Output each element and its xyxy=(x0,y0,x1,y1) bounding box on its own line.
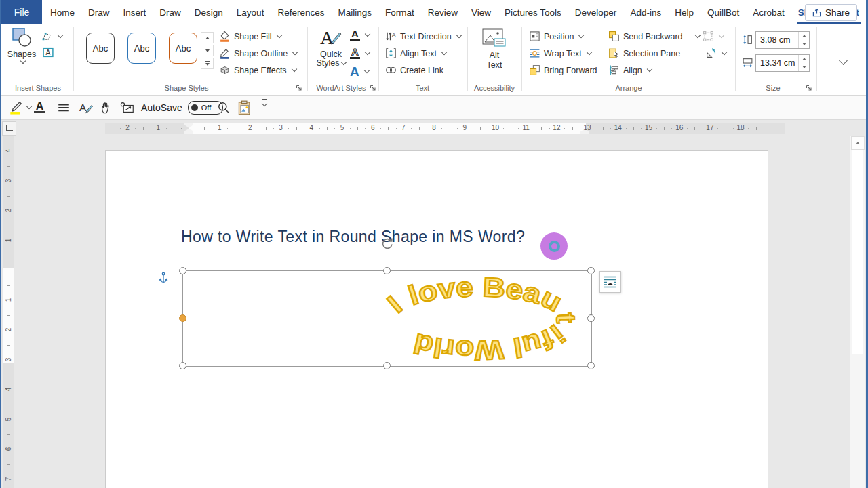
align-button[interactable]: Align xyxy=(608,62,652,78)
shape-fill-icon xyxy=(219,30,231,42)
ribbon: Shapes A Insert Shapes AbcAbcAbc xyxy=(0,24,868,96)
gallery-down-button[interactable] xyxy=(201,45,214,56)
more-commands-button[interactable] xyxy=(262,99,267,116)
more-commands-icon xyxy=(262,99,267,100)
shapes-button[interactable]: Shapes xyxy=(5,27,38,63)
scrollbar-thumb[interactable] xyxy=(852,150,863,354)
create-link-button[interactable]: Create Link xyxy=(385,62,443,78)
text-fill-button[interactable]: A xyxy=(350,27,370,43)
shape-height-field xyxy=(755,31,810,49)
layout-options-button[interactable] xyxy=(599,271,621,293)
dialog-launcher-icon[interactable] xyxy=(806,85,812,92)
search-button[interactable] xyxy=(217,99,231,116)
ruler-number: 4 xyxy=(5,147,12,155)
menu-tab-acrobat[interactable]: Acrobat xyxy=(746,7,791,18)
chevron-down-icon xyxy=(365,49,370,55)
pan-hand-button[interactable] xyxy=(100,99,113,116)
group-label-arrange: Arrange xyxy=(522,84,735,92)
ruler-dot xyxy=(212,128,212,129)
justify-button[interactable] xyxy=(57,99,71,116)
ruler-dot xyxy=(564,128,565,129)
share-button[interactable]: Share xyxy=(805,4,857,21)
shape-outline-button[interactable]: Shape Outline xyxy=(219,45,297,61)
ruler-dot xyxy=(610,128,611,129)
menu-tab-review[interactable]: Review xyxy=(421,7,465,18)
shape-style-thumbnail-2[interactable]: Abc xyxy=(127,33,156,64)
rotate-objects-button[interactable] xyxy=(705,45,726,61)
menu-tab-home[interactable]: Home xyxy=(43,7,81,18)
rotate-handle[interactable] xyxy=(380,237,394,250)
ruler-dot xyxy=(197,128,197,129)
menu-tab-help[interactable]: Help xyxy=(668,7,701,18)
ruler-tick xyxy=(7,464,10,465)
menu-tab-quillbot[interactable]: QuillBot xyxy=(701,7,746,18)
text-outline-button[interactable]: A xyxy=(350,45,370,61)
position-button[interactable]: Position xyxy=(529,28,583,44)
menu-tab-view[interactable]: View xyxy=(465,7,498,18)
shape-fill-button[interactable]: Shape Fill xyxy=(219,28,281,44)
ruler-number: 2 xyxy=(5,207,12,214)
menu-tab-draw[interactable]: Draw xyxy=(81,7,117,18)
alt-text-button[interactable]: Alt Text xyxy=(475,28,514,70)
format-text-effects-button[interactable]: A xyxy=(79,99,94,116)
bring-forward-button[interactable]: Bring Forward xyxy=(529,62,614,78)
document-title-text[interactable]: How to Write Text in Round Shape in MS W… xyxy=(181,228,525,246)
menu-tab-mailings[interactable]: Mailings xyxy=(331,7,378,18)
ruler-tick xyxy=(7,196,10,197)
wrap-text-button[interactable]: Wrap Text xyxy=(529,45,591,61)
shape-effects-button[interactable]: Shape Effects xyxy=(219,62,296,78)
menu-tab-add-ins[interactable]: Add-ins xyxy=(623,7,668,18)
scroll-up-button[interactable] xyxy=(851,136,865,150)
resize-handle-top-left[interactable] xyxy=(179,267,186,274)
text-effects-button[interactable]: A xyxy=(350,64,369,79)
dialog-launcher-icon[interactable] xyxy=(370,85,376,92)
group-objects-button[interactable] xyxy=(703,28,724,44)
send-backward-button[interactable]: Send Backward xyxy=(608,28,700,44)
shape-width-input[interactable] xyxy=(756,55,798,71)
text-direction-button[interactable]: A Text Direction xyxy=(385,28,461,44)
shape-effects-icon xyxy=(219,64,231,76)
menu-tab-format[interactable]: Format xyxy=(378,7,421,18)
menu-tab-developer[interactable]: Developer xyxy=(568,7,624,18)
menu-tab-references[interactable]: References xyxy=(271,7,331,18)
dialog-launcher-icon[interactable] xyxy=(296,85,302,92)
selection-pane-button[interactable]: Selection Pane xyxy=(608,45,680,61)
height-spinner[interactable] xyxy=(798,32,809,48)
resize-handle-bottom-left[interactable] xyxy=(179,362,186,369)
shape-style-thumbnail-3[interactable]: Abc xyxy=(169,33,197,64)
paste-picture-button[interactable] xyxy=(237,99,252,116)
menu-tab-pictures-tools[interactable]: Pictures Tools xyxy=(498,7,568,18)
ruler-dot xyxy=(350,128,351,129)
file-tab[interactable]: File xyxy=(1,0,42,24)
vertical-ruler[interactable]: 43211234567 xyxy=(3,136,14,488)
align-text-button[interactable]: Align Text xyxy=(385,45,446,61)
horizontal-ruler[interactable]: 21123456789101112131415161718 xyxy=(105,123,785,134)
menu-tab-draw[interactable]: Draw xyxy=(153,7,188,18)
ruler-tick xyxy=(511,127,511,130)
draw-text-box-button[interactable]: A xyxy=(42,45,54,60)
menu-tab-layout[interactable]: Layout xyxy=(230,7,271,18)
ruler-tick xyxy=(174,127,174,130)
menu-tab-design[interactable]: Design xyxy=(188,7,230,18)
bring-forward-icon xyxy=(529,64,540,76)
email-button[interactable] xyxy=(120,99,134,116)
vertical-scrollbar[interactable] xyxy=(850,136,865,488)
ruler-number: 7 xyxy=(5,475,12,483)
gallery-more-button[interactable] xyxy=(201,58,214,69)
wordart-curved-text[interactable]: I love Beautiful World xyxy=(339,254,610,376)
menu-tab-insert[interactable]: Insert xyxy=(117,7,153,18)
shape-height-input[interactable] xyxy=(756,32,798,48)
text-highlight-button[interactable] xyxy=(8,99,31,116)
shape-style-thumbnail-1[interactable]: Abc xyxy=(86,33,115,64)
tab-stop-selector[interactable] xyxy=(2,121,16,136)
ruler-tick xyxy=(266,127,267,130)
ruler-dot xyxy=(473,128,473,129)
font-color-button[interactable]: A xyxy=(34,99,45,116)
gallery-up-button[interactable] xyxy=(201,32,214,43)
quick-styles-button[interactable]: A Quick Styles xyxy=(313,27,349,68)
width-spinner[interactable] xyxy=(798,55,809,71)
collapse-ribbon-icon[interactable] xyxy=(839,56,848,65)
edit-shape-button[interactable] xyxy=(41,28,62,44)
left-indent-marker[interactable] xyxy=(184,132,193,134)
resize-handle-middle-left[interactable] xyxy=(179,314,186,322)
